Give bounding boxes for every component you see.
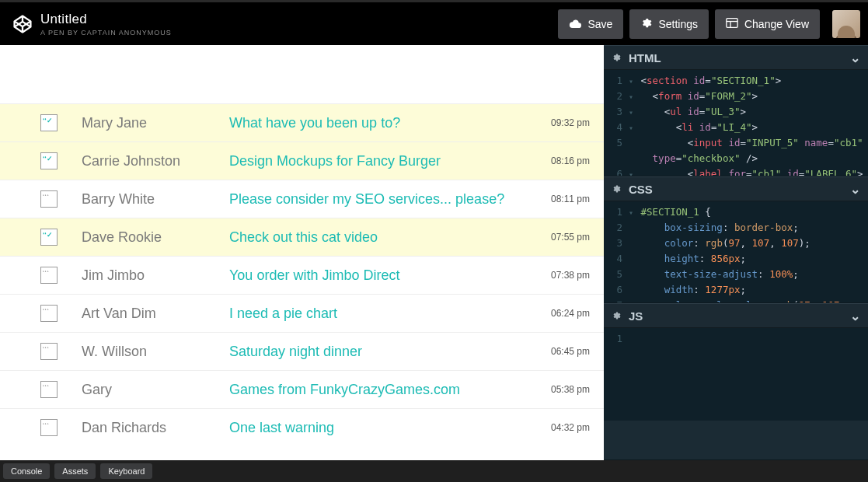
chevron-down-icon[interactable]: ⌄ [850, 309, 860, 323]
subject-link[interactable]: Games from FunkyCrazyGames.com [229, 382, 534, 398]
settings-button[interactable]: Settings [629, 9, 709, 39]
subject-link[interactable]: Saturday night dinner [229, 344, 534, 360]
header-buttons: Save Settings Change View [558, 9, 860, 39]
ellipsis-icon [43, 383, 50, 391]
ellipsis-icon [43, 307, 50, 315]
row-checkbox[interactable] [40, 190, 58, 208]
keyboard-button[interactable]: Keyboard [100, 463, 152, 479]
app-header: Untitled A PEN BY CAPTAIN ANONYMOUS Save… [0, 2, 868, 45]
gear-icon[interactable] [612, 51, 621, 65]
check-icon [43, 155, 53, 162]
inbox-row[interactable]: Dave RookieCheck out this cat video07:55… [0, 218, 604, 256]
css-panel: CSS ⌄ 1▾ #SECTION_1 { 2 box-sizing: bord… [604, 176, 868, 303]
cloud-icon [569, 18, 581, 30]
sender-name: Mary Jane [82, 115, 229, 131]
subject-link[interactable]: I need a pie chart [229, 306, 534, 322]
assets-button[interactable]: Assets [54, 463, 96, 479]
subject-link[interactable]: You order with Jimbo Direct [229, 267, 534, 284]
change-view-label: Change View [744, 18, 809, 30]
row-checkbox[interactable] [40, 419, 58, 436]
inbox-row[interactable]: W. WillsonSaturday night dinner06:45 pm [0, 332, 604, 370]
js-editor[interactable]: 1 [604, 328, 868, 421]
ellipsis-icon [43, 345, 50, 353]
save-label: Save [587, 18, 612, 30]
timestamp: 08:11 pm [534, 194, 604, 204]
css-panel-header[interactable]: CSS ⌄ [604, 176, 868, 201]
pen-subtitle: A PEN BY CAPTAIN ANONYMOUS [40, 29, 558, 37]
js-panel-header[interactable]: JS ⌄ [604, 303, 868, 328]
gear-icon [640, 17, 652, 31]
inbox-row[interactable]: Barry WhitePlease consider my SEO servic… [0, 180, 604, 218]
row-checkbox[interactable] [40, 343, 58, 360]
checkbox-wrap [39, 305, 82, 322]
js-panel: JS ⌄ 1 [604, 303, 868, 460]
sender-name: Gary [82, 382, 229, 398]
html-panel-header[interactable]: HTML ⌄ [604, 45, 868, 70]
row-checkbox[interactable] [40, 114, 58, 131]
css-panel-title: CSS [629, 183, 653, 196]
inbox-row[interactable]: GaryGames from FunkyCrazyGames.com05:38 … [0, 370, 604, 408]
gear-icon[interactable] [612, 309, 621, 323]
row-checkbox[interactable] [40, 152, 58, 169]
checkbox-wrap [39, 114, 82, 131]
ellipsis-icon [43, 421, 50, 429]
row-checkbox[interactable] [40, 267, 58, 284]
sender-name: Jim Jimbo [82, 267, 229, 284]
timestamp: 09:32 pm [534, 117, 604, 128]
title-block: Untitled A PEN BY CAPTAIN ANONYMOUS [40, 12, 558, 37]
timestamp: 07:38 pm [534, 270, 604, 281]
checkbox-wrap [39, 229, 82, 246]
inbox-row[interactable]: Dan RichardsOne last warning04:32 pm [0, 408, 604, 446]
avatar[interactable] [832, 10, 860, 38]
editors-column: HTML ⌄ 1▾ <section id="SECTION_1"> 2▾ <f… [604, 45, 868, 460]
change-view-button[interactable]: Change View [715, 9, 820, 39]
checkbox-wrap [39, 152, 82, 169]
svg-rect-3 [727, 18, 737, 27]
subject-link[interactable]: Please consider my SEO services... pleas… [229, 191, 534, 208]
sender-name: Dave Rookie [82, 229, 229, 246]
inbox-row[interactable]: Art Van DimI need a pie chart06:24 pm [0, 294, 604, 332]
row-checkbox[interactable] [40, 381, 58, 398]
row-checkbox[interactable] [40, 229, 58, 246]
settings-label: Settings [658, 18, 698, 30]
timestamp: 06:45 pm [534, 346, 604, 357]
ellipsis-icon [43, 269, 50, 277]
subject-link[interactable]: Design Mockups for Fancy Burger [229, 153, 534, 169]
inbox-row[interactable]: Carrie JohnstonDesign Mockups for Fancy … [0, 141, 604, 180]
sender-name: Carrie Johnston [82, 153, 229, 169]
timestamp: 05:38 pm [534, 384, 604, 395]
gear-icon[interactable] [612, 183, 621, 196]
html-panel-title: HTML [629, 51, 661, 65]
sender-name: Barry White [82, 191, 229, 208]
timestamp: 08:16 pm [534, 155, 604, 166]
timestamp: 07:55 pm [534, 232, 604, 243]
save-button[interactable]: Save [558, 9, 623, 39]
row-checkbox[interactable] [40, 305, 58, 322]
checkbox-wrap [39, 190, 82, 208]
subject-link[interactable]: One last warning [229, 420, 534, 436]
checkbox-wrap [39, 343, 82, 360]
checkbox-wrap [39, 419, 82, 436]
subject-link[interactable]: What have you been up to? [229, 115, 534, 131]
chevron-down-icon[interactable]: ⌄ [850, 182, 860, 197]
subject-link[interactable]: Check out this cat video [229, 229, 534, 246]
html-editor[interactable]: 1▾ <section id="SECTION_1"> 2▾ <form id=… [604, 70, 868, 176]
preview-pane: Mary JaneWhat have you been up to?09:32 … [0, 45, 604, 460]
js-panel-title: JS [629, 309, 643, 323]
footer-bar: Console Assets Keyboard [0, 460, 868, 482]
checkbox-wrap [39, 381, 82, 398]
inbox-row[interactable]: Mary JaneWhat have you been up to?09:32 … [0, 103, 604, 141]
console-button[interactable]: Console [3, 463, 50, 479]
check-icon [43, 117, 53, 124]
codepen-logo-icon [12, 14, 33, 34]
sender-name: W. Willson [82, 344, 229, 360]
css-editor[interactable]: 1▾ #SECTION_1 { 2 box-sizing: border-box… [604, 201, 868, 302]
chevron-down-icon[interactable]: ⌄ [850, 51, 860, 65]
timestamp: 06:24 pm [534, 308, 604, 319]
ellipsis-icon [43, 193, 50, 201]
pen-title[interactable]: Untitled [40, 12, 558, 27]
timestamp: 04:32 pm [534, 422, 604, 433]
inbox-row[interactable]: Jim JimboYou order with Jimbo Direct07:3… [0, 256, 604, 294]
sender-name: Dan Richards [82, 420, 229, 436]
layout-icon [726, 18, 738, 30]
